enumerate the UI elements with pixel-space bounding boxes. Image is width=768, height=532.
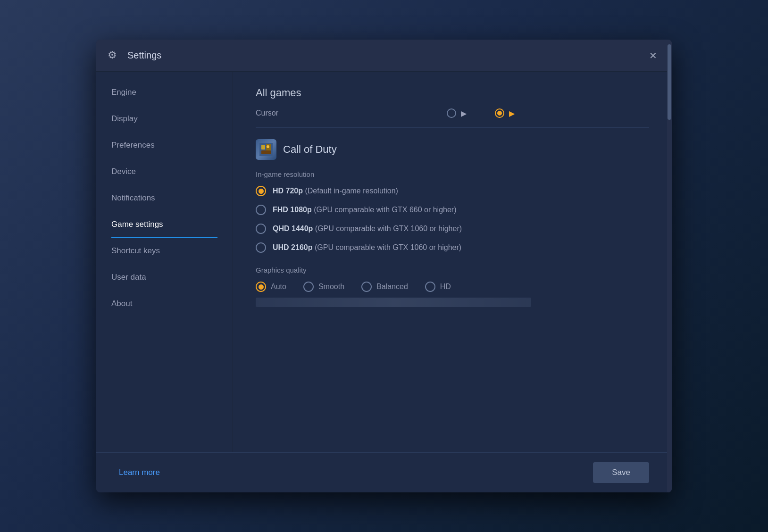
resolution-group: HD 720p (Default in-game resolution) FHD… bbox=[256, 186, 649, 253]
cursor-radio-default bbox=[447, 108, 456, 118]
resolution-uhd2160-label: UHD 2160p (GPU comparable with GTX 1060 … bbox=[273, 243, 461, 252]
sidebar-item-about[interactable]: About bbox=[96, 291, 233, 317]
sidebar: Engine Display Preferences Device Notifi… bbox=[96, 72, 233, 452]
quality-auto[interactable]: Auto bbox=[256, 282, 286, 292]
title-bar: ⚙ Settings ✕ bbox=[96, 40, 672, 72]
game-thumbnail-inner bbox=[256, 139, 276, 160]
cursor-arrow-default: ▶ bbox=[461, 109, 467, 118]
radio-fhd1080 bbox=[256, 205, 266, 215]
dialog-title: Settings bbox=[127, 50, 645, 61]
game-thumbnail bbox=[256, 139, 276, 160]
quality-balanced-label: Balanced bbox=[376, 283, 408, 291]
sidebar-item-user-data[interactable]: User data bbox=[96, 264, 233, 291]
sidebar-item-display[interactable]: Display bbox=[96, 106, 233, 132]
main-content: All games Cursor ▶ ▶ bbox=[233, 72, 672, 452]
resolution-fhd1080[interactable]: FHD 1080p (GPU comparable with GTX 660 o… bbox=[256, 205, 649, 215]
all-games-title: All games bbox=[256, 87, 649, 99]
resolution-hd720-label: HD 720p (Default in-game resolution) bbox=[273, 187, 398, 195]
sidebar-item-notifications[interactable]: Notifications bbox=[96, 185, 233, 211]
cursor-row: Cursor ▶ ▶ bbox=[256, 108, 649, 128]
footer: Learn more Save bbox=[96, 452, 672, 492]
resolution-qhd1440[interactable]: QHD 1440p (GPU comparable with GTX 1060 … bbox=[256, 224, 649, 234]
radio-uhd2160 bbox=[256, 242, 266, 253]
sidebar-item-device[interactable]: Device bbox=[96, 158, 233, 185]
cursor-option-default[interactable]: ▶ bbox=[447, 108, 467, 118]
radio-qhd1440 bbox=[256, 224, 266, 234]
game-header: Call of Duty bbox=[256, 139, 649, 160]
game-thumb-art bbox=[259, 143, 273, 156]
resolution-fhd1080-label: FHD 1080p (GPU comparable with GTX 660 o… bbox=[273, 206, 457, 214]
radio-hd720 bbox=[256, 186, 266, 196]
resolution-hd720[interactable]: HD 720p (Default in-game resolution) bbox=[256, 186, 649, 196]
settings-dialog: ⚙ Settings ✕ Engine Display Preferences … bbox=[96, 40, 672, 492]
radio-quality-smooth bbox=[303, 282, 314, 292]
cursor-radio-game bbox=[495, 108, 504, 118]
sidebar-item-shortcut-keys[interactable]: Shortcut keys bbox=[96, 238, 233, 264]
settings-icon: ⚙ bbox=[108, 49, 121, 62]
svg-point-4 bbox=[267, 145, 269, 148]
graphics-quality-row: Auto Smooth Balanced HD bbox=[256, 282, 649, 292]
cursor-option-game[interactable]: ▶ bbox=[495, 108, 515, 118]
quality-balanced[interactable]: Balanced bbox=[361, 282, 408, 292]
scrollbar-track[interactable] bbox=[667, 72, 672, 452]
quality-smooth[interactable]: Smooth bbox=[303, 282, 344, 292]
quality-smooth-label: Smooth bbox=[318, 283, 344, 291]
cursor-options: ▶ ▶ bbox=[312, 108, 649, 118]
learn-more-link[interactable]: Learn more bbox=[119, 468, 160, 477]
svg-rect-3 bbox=[261, 150, 271, 154]
close-button[interactable]: ✕ bbox=[645, 48, 660, 63]
game-section: Call of Duty In-game resolution HD 720p … bbox=[256, 139, 649, 307]
sidebar-item-preferences[interactable]: Preferences bbox=[96, 132, 233, 158]
dialog-body: Engine Display Preferences Device Notifi… bbox=[96, 72, 672, 452]
quality-hd-label: HD bbox=[440, 283, 451, 291]
sidebar-item-game-settings[interactable]: Game settings bbox=[96, 211, 233, 238]
game-title: Call of Duty bbox=[283, 143, 337, 156]
graphics-quality-title: Graphics quality bbox=[256, 266, 649, 274]
resolution-qhd1440-label: QHD 1440p (GPU comparable with GTX 1060 … bbox=[273, 224, 462, 233]
radio-quality-auto bbox=[256, 282, 266, 292]
cursor-arrow-game: ▶ bbox=[509, 109, 515, 118]
radio-quality-balanced bbox=[361, 282, 372, 292]
radio-quality-hd bbox=[425, 282, 435, 292]
svg-rect-1 bbox=[261, 145, 265, 150]
faded-section bbox=[256, 298, 531, 307]
quality-hd[interactable]: HD bbox=[425, 282, 451, 292]
quality-auto-label: Auto bbox=[271, 283, 286, 291]
cursor-label: Cursor bbox=[256, 109, 312, 117]
scrollbar-thumb[interactable] bbox=[668, 72, 671, 120]
resolution-uhd2160[interactable]: UHD 2160p (GPU comparable with GTX 1060 … bbox=[256, 242, 649, 253]
resolution-title: In-game resolution bbox=[256, 170, 649, 178]
save-button[interactable]: Save bbox=[593, 462, 649, 483]
sidebar-item-engine[interactable]: Engine bbox=[96, 79, 233, 106]
